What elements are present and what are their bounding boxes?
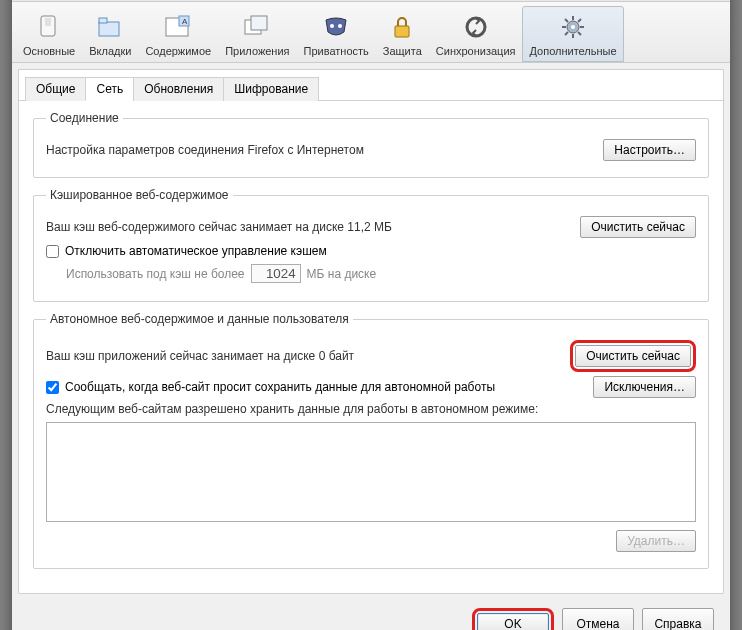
- lock-icon: [386, 13, 418, 41]
- toolbar-label: Вкладки: [89, 45, 131, 57]
- notify-offline-checkbox[interactable]: [46, 381, 59, 394]
- toolbar-label: Основные: [23, 45, 75, 57]
- svg-rect-3: [99, 18, 107, 23]
- toolbar-item-general[interactable]: Основные: [16, 6, 82, 62]
- allowed-sites-list[interactable]: [46, 422, 696, 522]
- svg-rect-8: [251, 16, 267, 30]
- gear-icon: [557, 13, 589, 41]
- svg-point-12: [467, 18, 485, 36]
- svg-point-14: [571, 25, 575, 29]
- tab-encryption[interactable]: Шифрование: [223, 77, 319, 101]
- tab-updates[interactable]: Обновления: [133, 77, 224, 101]
- cancel-button[interactable]: Отмена: [562, 608, 634, 630]
- notify-offline-label: Сообщать, когда веб-сайт просит сохранит…: [65, 380, 495, 394]
- toolbar-label: Дополнительные: [529, 45, 616, 57]
- cache-limit-input[interactable]: [251, 264, 301, 283]
- svg-line-20: [578, 32, 581, 35]
- settings-window: Настройки ✕ Основные Вкладки A Содержимо…: [11, 0, 731, 630]
- svg-rect-1: [45, 18, 51, 26]
- legend-offline: Автономное веб-содержимое и данные польз…: [46, 312, 353, 326]
- toolbar-label: Защита: [383, 45, 422, 57]
- highlight-ok: OK: [472, 608, 554, 630]
- configure-button[interactable]: Настроить…: [603, 139, 696, 161]
- toolbar-label: Приложения: [225, 45, 289, 57]
- tab-bar: Общие Сеть Обновления Шифрование: [19, 70, 723, 101]
- toolbar-item-sync[interactable]: Синхронизация: [429, 6, 523, 62]
- highlight-clear-offline: Очистить сейчас: [570, 340, 696, 372]
- exceptions-button[interactable]: Исключения…: [593, 376, 696, 398]
- toolbar-item-tabs[interactable]: Вкладки: [82, 6, 138, 62]
- allowed-sites-label: Следующим веб-сайтам разрешено хранить д…: [46, 402, 696, 416]
- group-offline: Автономное веб-содержимое и данные польз…: [33, 312, 709, 569]
- content-area: Общие Сеть Обновления Шифрование Соедине…: [18, 69, 724, 594]
- legend-connection: Соединение: [46, 111, 123, 125]
- svg-line-19: [565, 19, 568, 22]
- toolbar-item-advanced[interactable]: Дополнительные: [522, 6, 623, 62]
- tab-network[interactable]: Сеть: [85, 77, 134, 101]
- panel-network: Соединение Настройка параметров соединен…: [19, 101, 723, 593]
- dialog-footer: OK Отмена Справка: [12, 600, 730, 630]
- toolbar-item-applications[interactable]: Приложения: [218, 6, 296, 62]
- svg-line-22: [565, 32, 568, 35]
- svg-rect-2: [99, 22, 119, 36]
- toolbar: Основные Вкладки A Содержимое Приложения…: [12, 2, 730, 63]
- ok-button[interactable]: OK: [477, 613, 549, 630]
- group-cache: Кэшированное веб-содержимое Ваш кэш веб-…: [33, 188, 709, 302]
- cache-desc: Ваш кэш веб-содержимого сейчас занимает …: [46, 220, 392, 234]
- cache-limit-prefix: Использовать под кэш не более: [66, 267, 245, 281]
- tab-general[interactable]: Общие: [25, 77, 86, 101]
- switch-icon: [33, 13, 65, 41]
- remove-site-button[interactable]: Удалить…: [616, 530, 696, 552]
- help-button[interactable]: Справка: [642, 608, 714, 630]
- svg-rect-11: [395, 26, 409, 37]
- content-icon: A: [162, 13, 194, 41]
- override-cache-checkbox[interactable]: [46, 245, 59, 258]
- toolbar-label: Синхронизация: [436, 45, 516, 57]
- cache-limit-suffix: МБ на диске: [307, 267, 377, 281]
- connection-desc: Настройка параметров соединения Firefox …: [46, 143, 364, 157]
- folder-icon: [94, 13, 126, 41]
- svg-point-9: [330, 24, 334, 28]
- offline-desc: Ваш кэш приложений сейчас занимает на ди…: [46, 349, 354, 363]
- clear-cache-button[interactable]: Очистить сейчас: [580, 216, 696, 238]
- toolbar-label: Приватность: [304, 45, 369, 57]
- mask-icon: [320, 13, 352, 41]
- svg-line-21: [578, 19, 581, 22]
- sync-icon: [460, 13, 492, 41]
- toolbar-item-privacy[interactable]: Приватность: [297, 6, 376, 62]
- toolbar-item-content[interactable]: A Содержимое: [138, 6, 218, 62]
- override-cache-label: Отключить автоматическое управление кэше…: [65, 244, 327, 258]
- toolbar-item-security[interactable]: Защита: [376, 6, 429, 62]
- clear-offline-button[interactable]: Очистить сейчас: [575, 345, 691, 367]
- windows-icon: [241, 13, 273, 41]
- svg-point-10: [338, 24, 342, 28]
- toolbar-label: Содержимое: [145, 45, 211, 57]
- svg-text:A: A: [182, 17, 188, 26]
- group-connection: Соединение Настройка параметров соединен…: [33, 111, 709, 178]
- legend-cache: Кэшированное веб-содержимое: [46, 188, 233, 202]
